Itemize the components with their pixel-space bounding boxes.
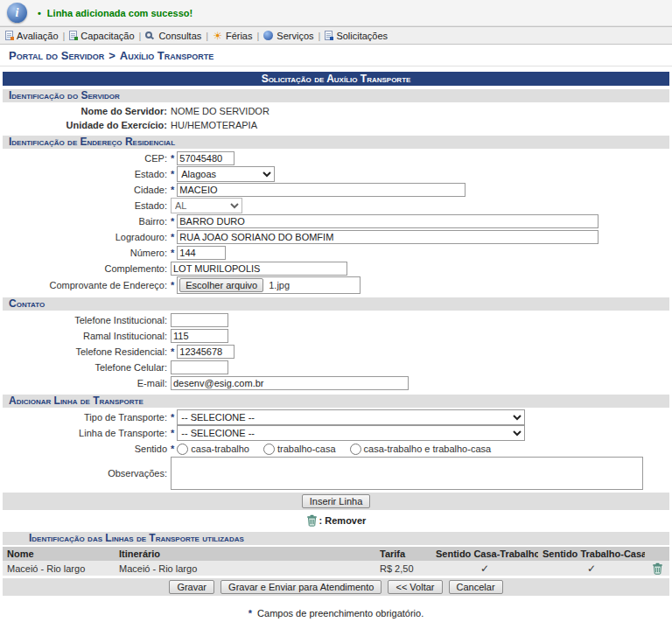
cell-actions bbox=[645, 561, 669, 576]
cidade-row: Cidade: * bbox=[3, 182, 669, 198]
required-mark: * bbox=[171, 232, 174, 242]
gravar-enviar-button[interactable]: Gravar e Enviar para Atendimento bbox=[220, 580, 382, 594]
menu-item-label: Serviços bbox=[276, 31, 313, 41]
sphere-icon bbox=[263, 31, 273, 40]
numero-input[interactable] bbox=[177, 246, 226, 260]
complemento-input[interactable] bbox=[171, 262, 347, 276]
field-label: Número: bbox=[3, 248, 171, 258]
radio-input[interactable] bbox=[177, 444, 188, 455]
column-header-sentido-trabalho-casa: Sentido Trabalho-Casa bbox=[538, 547, 645, 561]
sentido-row: Sentido * casa-trabalho trabalho-casa ca… bbox=[3, 441, 669, 457]
telefone-institucional-row: Telefone Institucional: bbox=[3, 312, 669, 328]
estado-row: Estado: * Alagoas bbox=[3, 166, 669, 182]
linha-transporte-select[interactable]: -- SELECIONE -- bbox=[177, 425, 525, 441]
field-label: Sentido bbox=[3, 444, 171, 454]
check-icon: ✓ bbox=[538, 561, 645, 576]
menu-item-consultas[interactable]: Consultas bbox=[145, 31, 201, 41]
radio-input[interactable] bbox=[350, 444, 361, 455]
observacoes-textarea[interactable] bbox=[171, 457, 643, 490]
menu-bar: Avaliação | Capacitação | Consultas | ☀ … bbox=[0, 26, 672, 45]
radio-trabalho-casa[interactable]: trabalho-casa bbox=[263, 444, 336, 455]
required-note-text: Campos de preenchimento obrigatório. bbox=[257, 608, 424, 619]
ramal-input[interactable] bbox=[171, 329, 228, 343]
column-header-actions bbox=[645, 547, 669, 561]
bairro-input[interactable] bbox=[177, 214, 598, 228]
inserir-linha-button[interactable]: Inserir Linha bbox=[302, 494, 371, 508]
required-mark: * bbox=[171, 153, 174, 164]
breadcrumb: Portal do Servidor > Auxílio Transporte bbox=[0, 45, 672, 66]
trash-icon bbox=[306, 514, 318, 527]
field-label: CEP: bbox=[3, 153, 171, 164]
voltar-button[interactable]: << Voltar bbox=[388, 580, 442, 594]
estado-select[interactable]: Alagoas bbox=[177, 166, 275, 182]
file-input[interactable]: Escolher arquivo 1.jpg bbox=[177, 276, 360, 294]
logradouro-input[interactable] bbox=[177, 230, 598, 244]
table-row: Maceió - Rio largo Maceió - Rio largo R$… bbox=[3, 561, 669, 576]
telefone-residencial-input[interactable] bbox=[177, 345, 234, 359]
servidor-section-header: Identificação do Servidor bbox=[3, 89, 669, 102]
linhas-section-header: Identificação das Linhas de Transporte u… bbox=[3, 532, 669, 545]
field-label: Nome do Servidor: bbox=[3, 106, 171, 116]
required-mark: * bbox=[171, 280, 174, 290]
unidade-exercicio-value: HU/HEMOTERAPIA bbox=[171, 120, 257, 130]
radio-label: casa-trabalho e trabalho-casa bbox=[364, 444, 492, 454]
field-label: Telefone Celular: bbox=[3, 362, 171, 373]
menu-separator: | bbox=[139, 31, 142, 41]
menu-separator: | bbox=[63, 31, 66, 41]
table-header-row: Nome Itinerário Tarifa Sentido Casa-Trab… bbox=[3, 547, 669, 561]
bullet: • bbox=[38, 8, 41, 18]
nome-servidor-row: Nome do Servidor: NOME DO SERVIDOR bbox=[3, 104, 669, 118]
magnifier-icon bbox=[145, 31, 152, 38]
required-mark: * bbox=[171, 248, 174, 258]
menu-separator: | bbox=[318, 31, 321, 41]
tipo-transporte-row: Tipo de Transporte: * -- SELECIONE -- bbox=[3, 409, 669, 425]
telefone-celular-input[interactable] bbox=[171, 360, 228, 374]
document-icon bbox=[325, 31, 332, 40]
comprovante-row: Comprovante de Endereço: * Escolher arqu… bbox=[3, 276, 669, 294]
radio-input[interactable] bbox=[263, 444, 275, 455]
column-header-sentido-casa-trabalho: Sentido Casa-Trabalho bbox=[431, 547, 538, 561]
linha-transporte-row: Linha de Transporte: * -- SELECIONE -- bbox=[3, 425, 669, 441]
menu-item-solicitacoes[interactable]: Solicitações bbox=[325, 31, 388, 41]
observacoes-row: Observações: bbox=[3, 457, 669, 490]
legend-remover: : Remover bbox=[3, 513, 669, 528]
field-label: E-mail: bbox=[3, 378, 171, 388]
complemento-row: Complemento: bbox=[3, 261, 669, 276]
notification-bar: i • Linha adicionada com sucesso! bbox=[0, 0, 672, 26]
required-mark: * bbox=[171, 216, 174, 227]
escolher-arquivo-button[interactable]: Escolher arquivo bbox=[179, 278, 263, 292]
transporte-section-header: Adicionar Linha de Transporte bbox=[3, 395, 669, 408]
required-mark: * bbox=[248, 608, 252, 619]
cancelar-button[interactable]: Cancelar bbox=[449, 580, 503, 594]
tipo-transporte-select[interactable]: -- SELECIONE -- bbox=[177, 409, 525, 425]
action-bar: Gravar Gravar e Enviar para Atendimento … bbox=[3, 578, 669, 596]
menu-item-capacitacao[interactable]: Capacitação bbox=[69, 31, 134, 41]
uf-row: Estado: AL bbox=[3, 198, 669, 213]
breadcrumb-portal-link[interactable]: Portal do Servidor bbox=[9, 49, 104, 62]
sun-icon: ☀ bbox=[213, 31, 222, 41]
legend-remover-label: : Remover bbox=[319, 515, 367, 526]
radio-casa-trabalho-e-trabalho-casa[interactable]: casa-trabalho e trabalho-casa bbox=[350, 444, 492, 455]
menu-item-label: Capacitação bbox=[80, 31, 134, 41]
nome-servidor-value: NOME DO SERVIDOR bbox=[171, 106, 270, 116]
telefone-celular-row: Telefone Celular: bbox=[3, 360, 669, 375]
radio-casa-trabalho[interactable]: casa-trabalho bbox=[177, 444, 249, 455]
uf-select[interactable]: AL bbox=[171, 198, 242, 213]
cidade-input[interactable] bbox=[177, 183, 466, 197]
success-text: Linha adicionada com sucesso! bbox=[47, 8, 192, 18]
telefone-institucional-input[interactable] bbox=[171, 313, 228, 327]
check-icon: ✓ bbox=[431, 561, 538, 576]
form-title: Solicitação de Auxílio Transporte bbox=[3, 72, 669, 86]
menu-item-servicos[interactable]: Serviços bbox=[263, 31, 313, 41]
email-input[interactable] bbox=[171, 376, 409, 390]
menu-item-ferias[interactable]: ☀ Férias bbox=[213, 31, 252, 41]
menu-item-label: Consultas bbox=[158, 31, 201, 41]
cep-input[interactable] bbox=[177, 151, 234, 165]
trash-icon[interactable] bbox=[652, 563, 663, 575]
gravar-button[interactable]: Gravar bbox=[169, 580, 214, 594]
document-icon bbox=[5, 31, 13, 40]
info-icon: i bbox=[7, 3, 27, 23]
cell-nome: Maceió - Rio largo bbox=[3, 561, 115, 576]
menu-item-avaliacao[interactable]: Avaliação bbox=[5, 31, 59, 41]
menu-separator: | bbox=[206, 31, 208, 41]
